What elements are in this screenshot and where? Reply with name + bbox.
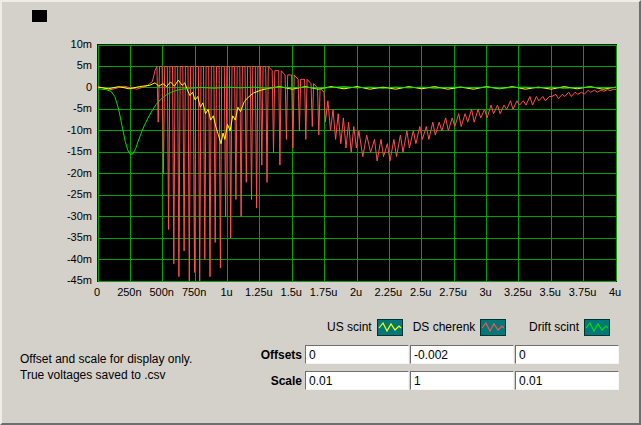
legend-label: Drift scint — [529, 320, 579, 334]
x-tick-label: 250n — [107, 286, 151, 298]
legend-item[interactable]: Drift scint — [512, 318, 616, 336]
y-tick-label: -40m — [36, 253, 92, 265]
x-tick-label: 2u — [334, 286, 378, 298]
note-line-2: True voltages saved to .csv — [20, 367, 192, 383]
x-tick-label: 1.75u — [302, 286, 346, 298]
waveform-icon — [377, 319, 403, 336]
y-tick-label: -15m — [36, 145, 92, 157]
scale-input-3[interactable] — [515, 371, 619, 390]
offsets-label: Offsets — [240, 348, 302, 362]
y-tick-label: 5m — [36, 59, 92, 71]
x-tick-label: 4u — [593, 286, 637, 298]
x-tick-label: 1u — [205, 286, 249, 298]
legend-label: US scint — [327, 320, 372, 334]
waveform-plot — [98, 45, 616, 281]
offset-input-3[interactable] — [515, 345, 619, 364]
x-tick-label: 3.25u — [496, 286, 540, 298]
offset-input-1[interactable] — [305, 345, 409, 364]
scale-input-1[interactable] — [305, 371, 409, 390]
y-tick-label: -5m — [36, 102, 92, 114]
waveform-graph[interactable] — [97, 44, 617, 282]
legend-label: DS cherenk — [413, 320, 476, 334]
y-tick-label: -20m — [36, 167, 92, 179]
y-tick-label: -45m — [36, 274, 92, 286]
legend-item[interactable]: US scint — [305, 318, 409, 336]
x-tick-label: 2.75u — [431, 286, 475, 298]
y-tick-label: -10m — [36, 124, 92, 136]
waveform-icon — [584, 319, 610, 336]
legend-item[interactable]: DS cherenk — [409, 318, 513, 336]
scale-label: Scale — [240, 374, 302, 388]
x-tick-label: 2.25u — [366, 286, 410, 298]
front-panel: 10m5m0-5m-10m-15m-20m-25m-30m-35m-40m-45… — [0, 0, 641, 425]
y-tick-label: -35m — [36, 231, 92, 243]
x-tick-label: 3.5u — [528, 286, 572, 298]
offset-input-2[interactable] — [410, 345, 514, 364]
decoration-box — [32, 10, 47, 22]
plot-legend: US scintDS cherenkDrift scint — [305, 318, 616, 336]
x-tick-label: 3.75u — [561, 286, 605, 298]
y-tick-label: 0 — [36, 81, 92, 93]
scale-input-2[interactable] — [410, 371, 514, 390]
x-tick-label: 500n — [140, 286, 184, 298]
x-tick-label: 2.5u — [399, 286, 443, 298]
x-tick-label: 1.5u — [269, 286, 313, 298]
x-tick-label: 750n — [172, 286, 216, 298]
note-line-1: Offset and scale for display only. — [20, 351, 192, 367]
x-tick-label: 3u — [464, 286, 508, 298]
x-tick-label: 1.25u — [237, 286, 281, 298]
note-text: Offset and scale for display only. True … — [20, 351, 192, 383]
y-tick-label: -25m — [36, 188, 92, 200]
waveform-icon — [480, 319, 506, 336]
y-tick-label: 10m — [36, 38, 92, 50]
y-tick-label: -30m — [36, 210, 92, 222]
x-tick-label: 0 — [75, 286, 119, 298]
